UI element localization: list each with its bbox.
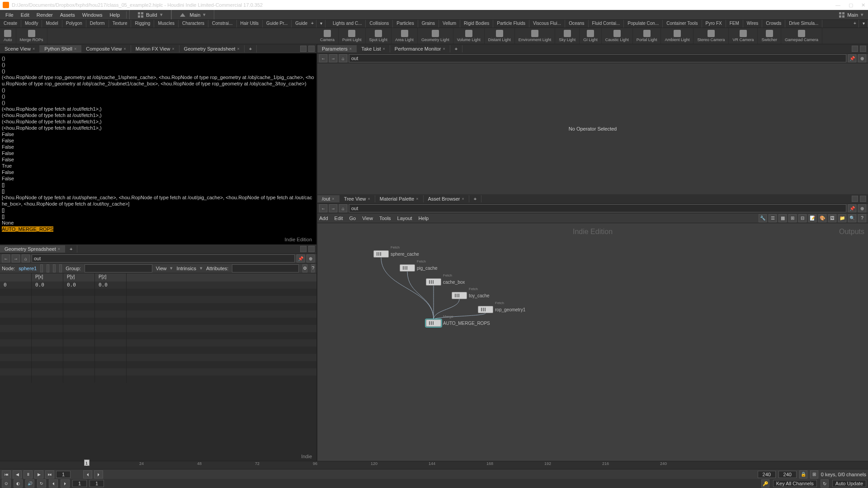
play-reverse-button[interactable]: ◀ (13, 470, 22, 479)
shelf-tab[interactable]: Drive Simula... (785, 20, 822, 28)
node-AUTO_MERGE_ROPS[interactable]: MergeAUTO_MERGE_ROPS (426, 319, 490, 327)
node-rop_geometry1[interactable]: Fetchrop_geometry1 (478, 306, 525, 313)
shelf-tab[interactable]: Texture (109, 20, 132, 28)
grid2-icon[interactable]: ⊟ (798, 214, 807, 222)
detail-icon[interactable] (59, 264, 62, 272)
shelf-tab[interactable]: Modify (21, 20, 42, 28)
home-icon[interactable]: ⌂ (339, 54, 347, 62)
shelf-tool[interactable]: Switcher (758, 28, 781, 44)
key-icon[interactable]: 🔑 (761, 479, 769, 488)
shelf-tool[interactable]: Camera (316, 28, 339, 44)
shelf-tab[interactable]: Container Tools (663, 20, 702, 28)
menu-windows[interactable]: Windows (79, 11, 106, 19)
net-menu-go[interactable]: Go (349, 216, 356, 221)
shelf-tab[interactable]: Polygon (62, 20, 86, 28)
group-input[interactable] (85, 264, 152, 272)
table-row[interactable]: 00.00.00.0 (0, 282, 316, 289)
shelf-tab[interactable]: Guide Pr... (263, 20, 292, 28)
shelf-tool[interactable]: Area Light (392, 28, 418, 44)
range-start-input[interactable] (72, 480, 87, 487)
loop-icon[interactable]: ↻ (37, 479, 46, 488)
table-row[interactable] (0, 289, 316, 296)
shelf-tab[interactable]: Create (0, 20, 21, 28)
menu-help[interactable]: Help (106, 11, 123, 19)
tab-material-palette[interactable]: Material Palette× (375, 195, 424, 202)
pause-button[interactable]: ⏸ (24, 470, 33, 479)
refresh-icon[interactable]: ↻ (821, 479, 829, 488)
shelf-menu-right[interactable]: ▾ (859, 20, 868, 28)
shelf-tool[interactable]: Geometry Light (418, 28, 453, 44)
help-icon[interactable]: ? (311, 264, 315, 272)
tab-geometry-spreadsheet[interactable]: Geometry Spreadsheet× (0, 245, 65, 253)
shelf-tool[interactable]: Spot Light (366, 28, 392, 44)
node-toy_cache[interactable]: Fetchtoy_cache (452, 292, 490, 299)
shelf-tab[interactable]: Populate Con... (624, 20, 663, 28)
path-input[interactable] (349, 54, 846, 62)
path-input[interactable] (349, 204, 846, 212)
attributes-input[interactable] (232, 264, 299, 272)
shelf-tool[interactable]: Sky Light (555, 28, 580, 44)
shelf-tool[interactable]: GI Light (580, 28, 602, 44)
shelf-tool[interactable]: Caustic Light (602, 28, 633, 44)
maximize-button[interactable]: ▢ (849, 2, 853, 8)
shelf-tool[interactable]: Auto (0, 28, 16, 44)
table-row[interactable] (0, 375, 316, 383)
shelf-menu[interactable]: ▾ (316, 20, 326, 28)
pane-maximize[interactable] (300, 46, 307, 52)
back-button[interactable]: ← (2, 254, 10, 263)
shelf-tab[interactable]: Muscles (154, 20, 179, 28)
tab-add[interactable]: + (450, 45, 462, 52)
first-frame-button[interactable]: ⏮ (2, 470, 11, 479)
range-end-input2[interactable] (778, 471, 797, 478)
net-menu-edit[interactable]: Edit (335, 216, 343, 221)
color-icon[interactable]: 🎨 (818, 214, 826, 222)
shelf-add-right[interactable]: + (850, 20, 859, 28)
net-menu-tools[interactable]: Tools (379, 216, 391, 221)
pane-maximize[interactable] (852, 46, 858, 52)
table-row[interactable] (0, 318, 316, 325)
shelf-tool[interactable]: Ambient Light (661, 28, 693, 44)
table-row[interactable] (0, 368, 316, 375)
menu-assets[interactable]: Assets (57, 11, 79, 19)
table-row[interactable] (0, 325, 316, 332)
table-row[interactable] (0, 347, 316, 354)
tab-add[interactable]: + (469, 195, 481, 202)
column-header[interactable]: P[x] (32, 273, 63, 282)
prims-icon[interactable] (53, 264, 56, 272)
realtime-icon[interactable]: ⊙ (2, 479, 11, 488)
tab-take-list[interactable]: Take List× (357, 45, 390, 52)
shelf-tab[interactable]: Grains (418, 20, 439, 28)
shelf-tab[interactable]: Rigging (131, 20, 154, 28)
tab-asset-browser[interactable]: Asset Browser× (424, 195, 469, 202)
table-row[interactable] (0, 310, 316, 318)
shelf-tab[interactable]: Particle Fluids (493, 20, 529, 28)
column-header[interactable] (0, 273, 32, 282)
shelf-tab[interactable]: Particles (393, 20, 418, 28)
current-frame-input[interactable] (56, 471, 71, 478)
shelf-tool[interactable]: Volume Light (453, 28, 485, 44)
column-header[interactable]: P[z] (95, 273, 127, 282)
shelf-tab[interactable]: Constrai... (208, 20, 237, 28)
layout-icon[interactable]: ▦ (778, 214, 787, 222)
link-button[interactable]: ⊕ (858, 54, 866, 62)
path-input[interactable] (32, 254, 295, 263)
shelf-tab[interactable]: Oceans (565, 20, 588, 28)
pin-button[interactable]: 📌 (297, 254, 305, 263)
tab-add[interactable]: + (65, 245, 77, 253)
auto-update-dropdown[interactable]: Auto Update (832, 480, 866, 487)
back-button[interactable]: ← (319, 204, 327, 212)
shelf-tab[interactable]: Crowds (762, 20, 785, 28)
home-icon[interactable]: ⌂ (22, 254, 30, 263)
step-back-button[interactable]: ⏴ (83, 470, 92, 479)
menu-edit[interactable]: Edit (17, 11, 33, 19)
list-icon[interactable]: ☰ (769, 214, 777, 222)
pane-menu[interactable] (308, 46, 315, 52)
close-button[interactable]: ✕ (861, 2, 865, 8)
key-all-dropdown[interactable]: Key All Channels (773, 480, 817, 487)
step-fwd-button[interactable]: ⏵ (94, 470, 103, 479)
table-row[interactable] (0, 303, 316, 310)
pin-button[interactable]: 📌 (848, 54, 856, 62)
tab-tree-view[interactable]: Tree View× (340, 195, 375, 202)
pane-menu[interactable] (860, 46, 866, 52)
table-row[interactable] (0, 354, 316, 361)
